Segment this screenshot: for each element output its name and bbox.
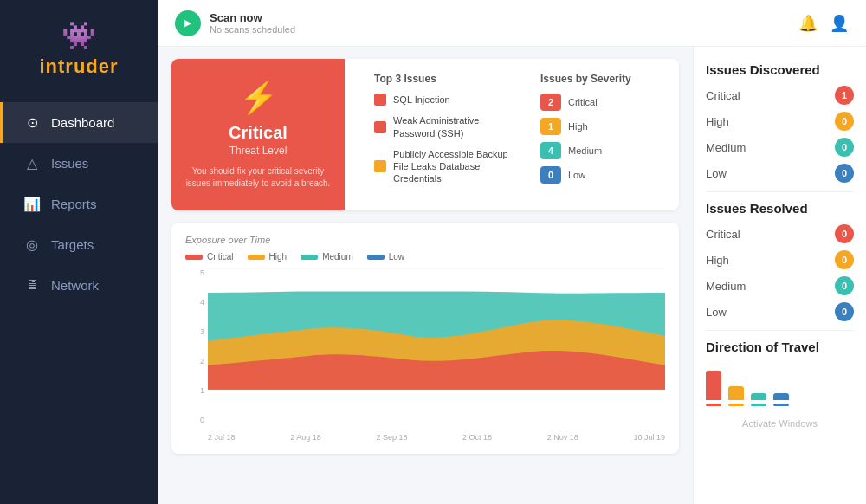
- discovered-critical-badge: 1: [835, 86, 854, 105]
- resolved-high-label: High: [706, 254, 729, 267]
- chart-yaxis: 5 4 3 2 1 0: [185, 268, 204, 424]
- x-label-0: 2 Jul 18: [208, 433, 236, 442]
- main-area: ▶ Scan now No scans scheduled 🔔 👤 ⚡ Crit…: [158, 0, 866, 504]
- divider-1: [706, 191, 854, 192]
- scan-sub: No scans scheduled: [210, 24, 295, 35]
- sidebar-item-dashboard[interactable]: ⊙ Dashboard: [0, 102, 158, 143]
- y-label-4: 4: [200, 298, 204, 307]
- issue-item-1: SQL Injection: [374, 94, 514, 106]
- resolved-low-row: Low 0: [706, 302, 854, 321]
- legend-critical: Critical: [185, 252, 234, 262]
- discovered-high-badge: 0: [835, 112, 854, 131]
- legend-low-dot: [367, 255, 385, 260]
- discovered-low-label: Low: [706, 167, 727, 180]
- discovered-high-label: High: [706, 115, 729, 128]
- y-label-1: 1: [200, 386, 204, 395]
- sidebar-nav: ⊙ Dashboard △ Issues 📊 Reports ◎ Targets…: [0, 102, 158, 305]
- sidebar-item-label: Dashboard: [51, 115, 114, 130]
- sidebar-item-label: Issues: [51, 156, 88, 171]
- discovered-title: Issues Discovered: [706, 62, 854, 77]
- chart-xaxis: 2 Jul 18 2 Aug 18 2 Sep 18 2 Oct 18 2 No…: [208, 433, 665, 442]
- sev-high-badge: 1: [540, 118, 561, 135]
- x-label-5: 10 Jul 19: [633, 433, 665, 442]
- logo-icon: 👾: [61, 19, 96, 52]
- exposure-chart: [208, 268, 665, 390]
- sev-critical-badge: 2: [540, 94, 561, 111]
- resolved-critical-row: Critical 0: [706, 224, 854, 243]
- center-panel: ⚡ Critical Threat Level You should fix y…: [158, 47, 693, 504]
- scan-now-area: ▶ Scan now No scans scheduled: [175, 10, 295, 36]
- sidebar-item-issues[interactable]: △ Issues: [0, 143, 158, 184]
- logo-area: 👾 intruder: [0, 0, 158, 94]
- resolved-medium-badge: 0: [835, 276, 854, 295]
- threat-desc: You should fix your critical severity is…: [185, 165, 331, 190]
- scan-text: Scan now No scans scheduled: [210, 11, 295, 35]
- user-icon[interactable]: 👤: [830, 14, 849, 33]
- topbar: ▶ Scan now No scans scheduled 🔔 👤: [158, 0, 866, 47]
- bolt-icon: ⚡: [239, 80, 278, 116]
- legend-high-label: High: [269, 252, 288, 262]
- y-label-2: 2: [200, 357, 204, 365]
- issue-text: Weak Administrative Password (SSH): [393, 114, 514, 139]
- sev-critical-label: Critical: [568, 97, 598, 107]
- dashboard-icon: ⊙: [23, 114, 41, 131]
- x-label-4: 2 Nov 18: [547, 433, 578, 442]
- discovered-low-row: Low 0: [706, 164, 854, 183]
- threat-level: Critical: [229, 123, 288, 143]
- discovered-critical-label: Critical: [706, 89, 740, 102]
- severity-row-high: 1 High: [540, 118, 662, 135]
- direction-bar-critical-fill: [706, 371, 721, 400]
- threat-right: Top 3 Issues SQL Injection Weak Administ…: [357, 59, 679, 210]
- resolved-low-label: Low: [706, 306, 727, 319]
- severity-title: Issues by Severity: [540, 73, 662, 85]
- y-label-3: 3: [200, 327, 204, 336]
- network-icon: 🖥: [23, 277, 41, 293]
- scan-play-button[interactable]: ▶: [175, 10, 201, 36]
- bell-icon[interactable]: 🔔: [798, 14, 818, 33]
- legend-medium-dot: [301, 255, 318, 260]
- sidebar: 👾 intruder ⊙ Dashboard △ Issues 📊 Report…: [0, 0, 158, 504]
- sev-medium-label: Medium: [568, 145, 602, 156]
- sev-low-label: Low: [568, 170, 585, 180]
- direction-line-critical: [706, 404, 721, 406]
- x-label-3: 2 Oct 18: [462, 433, 492, 442]
- x-label-1: 2 Aug 18: [290, 433, 321, 442]
- flag-red-icon: [374, 121, 386, 133]
- sev-medium-badge: 4: [540, 142, 561, 159]
- sev-low-badge: 0: [540, 166, 561, 184]
- y-label-5: 5: [200, 268, 204, 277]
- divider-2: [706, 330, 854, 331]
- top-issues: Top 3 Issues SQL Injection Weak Administ…: [374, 73, 514, 197]
- discovered-medium-label: Medium: [706, 141, 746, 154]
- legend-low-label: Low: [389, 252, 404, 262]
- severity-row-low: 0 Low: [540, 166, 662, 184]
- issue-item-3: Publicly Accessible Backup File Leaks Da…: [374, 148, 514, 185]
- legend-medium: Medium: [301, 252, 353, 262]
- discovered-medium-badge: 0: [835, 138, 854, 157]
- legend-critical-label: Critical: [207, 252, 234, 262]
- sidebar-item-reports[interactable]: 📊 Reports: [0, 184, 158, 224]
- issues-icon: △: [23, 155, 41, 171]
- y-label-0: 0: [200, 416, 204, 424]
- direction-line-medium: [751, 404, 766, 406]
- resolved-critical-badge: 0: [835, 224, 854, 243]
- direction-bar-low-fill: [773, 393, 789, 400]
- chart-title: Exposure over Time: [185, 235, 665, 245]
- legend-high-dot: [248, 255, 265, 260]
- resolved-low-badge: 0: [835, 302, 854, 321]
- issue-item-2: Weak Administrative Password (SSH): [374, 114, 514, 139]
- resolved-critical-label: Critical: [706, 228, 740, 241]
- legend-medium-label: Medium: [322, 252, 353, 262]
- legend-high: High: [248, 252, 288, 262]
- sidebar-item-network[interactable]: 🖥 Network: [0, 265, 158, 305]
- threat-card: ⚡ Critical Threat Level You should fix y…: [171, 59, 679, 210]
- resolved-high-row: High 0: [706, 250, 854, 269]
- direction-bar-medium: [751, 393, 766, 406]
- sidebar-item-label: Targets: [51, 237, 94, 252]
- issue-text: Publicly Accessible Backup File Leaks Da…: [393, 148, 514, 185]
- severity-section: Issues by Severity 2 Critical 1 High 4 M…: [540, 73, 662, 197]
- issue-text: SQL Injection: [393, 94, 450, 106]
- sidebar-item-targets[interactable]: ◎ Targets: [0, 224, 158, 265]
- top-issues-title: Top 3 Issues: [374, 73, 514, 85]
- resolved-medium-label: Medium: [706, 280, 746, 293]
